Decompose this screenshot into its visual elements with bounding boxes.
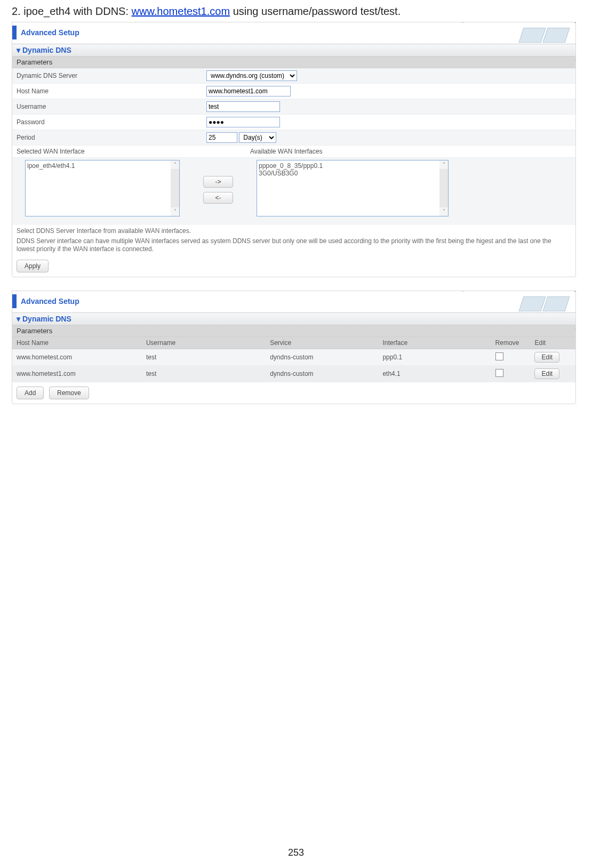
intro-suffix: using username/password test/test. xyxy=(230,5,401,17)
scroll-down-icon[interactable]: ˅ xyxy=(439,207,448,216)
cell-user: test xyxy=(142,366,266,382)
help-text-2: DDNS Server interface can have multiple … xyxy=(12,237,575,255)
table-row: www.hometest.com test dyndns-custom ppp0… xyxy=(12,349,575,366)
selected-wan-listbox[interactable]: ipoe_eth4/eth4.1 ˄˅ xyxy=(25,160,180,216)
panel-title: Advanced Setup xyxy=(21,297,79,306)
password-label: Password xyxy=(12,115,202,130)
cell-service: dyndns-custom xyxy=(266,366,378,382)
server-select[interactable]: www.dyndns.org (custom) xyxy=(206,70,297,81)
parameters-form: Dynamic DNS Server www.dyndns.org (custo… xyxy=(12,68,575,158)
selected-wan-label: Selected WAN Interface xyxy=(12,146,202,158)
username-label: Username xyxy=(12,99,202,115)
intro-prefix: 2. ipoe_eth4 with DDNS: xyxy=(12,5,132,17)
list-item[interactable]: 3G0/USB3G0 xyxy=(259,170,446,177)
header-art-icon xyxy=(479,22,575,44)
help-text-1: Select DDNS Server Interface from availa… xyxy=(12,225,575,237)
cell-service: dyndns-custom xyxy=(266,349,378,366)
panel-header: Advanced Setup xyxy=(12,291,575,312)
cell-host: www.hometest.com xyxy=(12,349,142,366)
available-wan-listbox[interactable]: pppoe_0_8_35/ppp0.1 3G0/USB3G0 ˄˅ xyxy=(257,160,449,216)
scrollbar[interactable]: ˄˅ xyxy=(439,160,448,216)
edit-button[interactable]: Edit xyxy=(534,368,559,379)
ddns-list-panel: Advanced Setup ▾Dynamic DNS Parameters H… xyxy=(12,291,576,404)
ddns-table: Host Name Username Service Interface Rem… xyxy=(12,337,575,382)
server-label: Dynamic DNS Server xyxy=(12,68,202,84)
password-input[interactable] xyxy=(206,117,280,127)
collapse-icon: ▾ xyxy=(17,315,20,323)
cell-host: www.hometest1.com xyxy=(12,366,142,382)
period-unit-select[interactable]: Day(s) xyxy=(239,132,276,143)
scroll-down-icon[interactable]: ˅ xyxy=(171,207,179,216)
scroll-up-icon[interactable]: ˄ xyxy=(439,160,448,169)
intro-text: 2. ipoe_eth4 with DDNS: www.hometest1.co… xyxy=(12,5,576,18)
cell-interface: eth4.1 xyxy=(378,366,491,382)
section-label: Dynamic DNS xyxy=(22,46,71,54)
remove-checkbox[interactable] xyxy=(495,352,503,360)
list-item[interactable]: pppoe_0_8_35/ppp0.1 xyxy=(259,162,446,170)
cell-user: test xyxy=(142,349,266,366)
host-label: Host Name xyxy=(12,84,202,99)
section-label: Dynamic DNS xyxy=(22,315,71,323)
intro-link[interactable]: www.hometest1.com xyxy=(132,5,230,17)
panel-header: Advanced Setup xyxy=(12,22,575,44)
list-item[interactable]: ipoe_eth4/eth4.1 xyxy=(27,162,178,170)
move-left-button[interactable]: <- xyxy=(203,192,233,204)
apply-button[interactable]: Apply xyxy=(17,260,49,272)
edit-button[interactable]: Edit xyxy=(534,352,559,363)
page-number: 253 xyxy=(0,847,592,858)
move-right-button[interactable]: -> xyxy=(203,176,233,188)
header-art-icon xyxy=(479,291,575,312)
table-row: www.hometest1.com test dyndns-custom eth… xyxy=(12,366,575,382)
available-wan-label: Available WAN Interfaces xyxy=(202,146,575,158)
panel-title: Advanced Setup xyxy=(21,28,79,37)
cell-interface: ppp0.1 xyxy=(378,349,491,366)
add-button[interactable]: Add xyxy=(17,387,44,399)
col-service: Service xyxy=(266,337,378,349)
period-input[interactable] xyxy=(206,132,237,143)
panel-accent xyxy=(12,294,17,308)
wan-interface-picker: ipoe_eth4/eth4.1 ˄˅ -> <- pppoe_0_8_35/p… xyxy=(12,158,575,225)
col-user: Username xyxy=(142,337,266,349)
ddns-config-panel: Advanced Setup ▾Dynamic DNS Parameters D… xyxy=(12,22,576,277)
collapse-icon: ▾ xyxy=(17,46,20,54)
scroll-up-icon[interactable]: ˄ xyxy=(171,160,179,169)
col-interface: Interface xyxy=(378,337,491,349)
host-input[interactable] xyxy=(206,86,291,97)
period-label: Period xyxy=(12,130,202,146)
remove-checkbox[interactable] xyxy=(495,369,503,377)
remove-button[interactable]: Remove xyxy=(49,387,89,399)
col-host: Host Name xyxy=(12,337,142,349)
username-input[interactable] xyxy=(206,101,280,112)
panel-accent xyxy=(12,26,17,39)
scrollbar[interactable]: ˄˅ xyxy=(171,160,179,216)
